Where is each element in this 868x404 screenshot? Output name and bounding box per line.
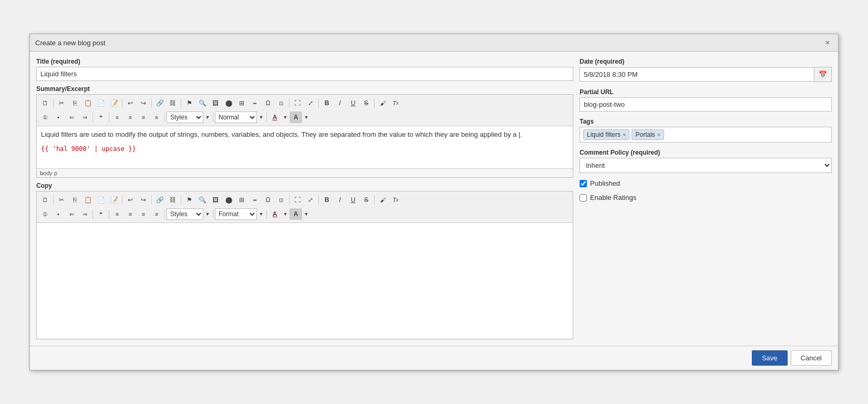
copy-cut-button[interactable]: ✂	[55, 194, 68, 206]
enable-ratings-label[interactable]: Enable Ratings	[590, 194, 636, 201]
iframe-button[interactable]: ⊡	[275, 97, 287, 109]
copy-fullscreen-button[interactable]: ⛶	[291, 194, 304, 206]
copy-link-button[interactable]: 🔗	[153, 194, 166, 206]
copy-undo-button[interactable]: ↩	[124, 194, 137, 206]
copy-copy-btn[interactable]: ⎘	[68, 194, 81, 206]
remove-format-button[interactable]: Tx	[389, 97, 402, 109]
copy-redo-button[interactable]: ↪	[137, 194, 150, 206]
copy-underline-button[interactable]: U	[347, 194, 359, 206]
published-checkbox[interactable]	[580, 180, 587, 187]
copy-indent-more-button[interactable]: ⇒	[78, 208, 91, 220]
tag-liquid-filters-remove[interactable]: ×	[623, 132, 626, 138]
calendar-button[interactable]: 📅	[814, 67, 832, 82]
copy-styles-select[interactable]: Styles	[167, 208, 203, 220]
font-color-dropdown[interactable]: ▼	[282, 112, 289, 123]
copy-font-color-dropdown[interactable]: ▼	[282, 208, 289, 220]
date-input[interactable]	[580, 67, 814, 82]
link-button[interactable]: 🔗	[153, 97, 166, 109]
copy-align-justify-button[interactable]: ≡	[150, 208, 163, 220]
paste-text-button[interactable]: 📄	[95, 97, 107, 109]
partial-url-input[interactable]	[580, 97, 832, 112]
copy-format-dropdown-btn[interactable]: ▼	[257, 208, 265, 220]
tags-container[interactable]: Liquid filters × Portals ×	[580, 127, 832, 143]
published-label[interactable]: Published	[590, 179, 620, 187]
align-justify-button[interactable]: ≡	[150, 112, 163, 123]
copy-bold-button[interactable]: B	[321, 194, 333, 206]
copy-iframe-button[interactable]: ⊡	[275, 194, 287, 206]
redo-button[interactable]: ↪	[137, 97, 150, 109]
copy-indent-less-button[interactable]: ⇐	[65, 208, 78, 220]
summary-content[interactable]: Liquid filters are used to modify the ou…	[37, 126, 573, 168]
indent-more-button[interactable]: ⇒	[78, 112, 91, 123]
new-doc-button[interactable]: 🗋	[39, 97, 51, 109]
paste-button[interactable]: 📋	[81, 97, 94, 109]
copy-bg-color-button[interactable]: A	[290, 208, 302, 220]
dialog-close-button[interactable]: ×	[822, 37, 833, 48]
title-input[interactable]	[36, 67, 573, 81]
copy-ol-button[interactable]: ①	[39, 208, 51, 220]
align-left-button[interactable]: ≡	[111, 112, 123, 123]
italic-button[interactable]: I	[334, 97, 346, 109]
hr-button[interactable]: ━	[249, 97, 261, 109]
strikethrough-button[interactable]: S	[360, 97, 373, 109]
copy-align-left-button[interactable]: ≡	[111, 208, 123, 220]
underline-button[interactable]: U	[347, 97, 359, 109]
font-color-button[interactable]: A	[268, 112, 281, 123]
copy-paste-text-button[interactable]: 📄	[95, 194, 107, 206]
flag-button[interactable]: ⚑	[183, 97, 195, 109]
copy-flash-button[interactable]: ⬤	[222, 194, 235, 206]
align-center-button[interactable]: ≡	[124, 112, 137, 123]
copy-btn[interactable]: ⎘	[68, 97, 81, 109]
copy-bg-color-dropdown[interactable]: ▼	[303, 208, 310, 220]
save-button[interactable]: Save	[752, 350, 788, 366]
copy-content[interactable]	[37, 223, 573, 339]
copy-align-right-button[interactable]: ≡	[137, 208, 150, 220]
cancel-button[interactable]: Cancel	[791, 350, 832, 366]
copy-ul-button[interactable]: •	[52, 208, 65, 220]
maximize-button[interactable]: ⤢	[304, 97, 317, 109]
copy-styles-dropdown-btn[interactable]: ▼	[204, 208, 211, 220]
indent-less-button[interactable]: ⇐	[65, 112, 78, 123]
copy-hr-button[interactable]: ━	[249, 194, 261, 206]
ul-button[interactable]: •	[52, 112, 65, 123]
copy-blockquote-button[interactable]: ❝	[95, 208, 107, 220]
styles-select[interactable]: Styles	[167, 112, 203, 123]
copy-table-button[interactable]: ⊞	[235, 194, 248, 206]
copy-paste-word-button[interactable]: 📝	[108, 194, 120, 206]
copy-format-select[interactable]: Format Heading 1 Heading 2 Normal	[215, 208, 257, 220]
cut-button[interactable]: ✂	[55, 97, 68, 109]
normal-select[interactable]: Normal Heading 1 Heading 2 Heading 3	[215, 112, 257, 123]
special-char-button[interactable]: Ω	[262, 97, 274, 109]
flash-button[interactable]: ⬤	[222, 97, 235, 109]
normal-dropdown-btn[interactable]: ▼	[257, 112, 265, 123]
tag-portals-remove[interactable]: ×	[657, 132, 660, 138]
align-right-button[interactable]: ≡	[137, 112, 150, 123]
copy-font-color-button[interactable]: A	[268, 208, 281, 220]
styles-dropdown-btn[interactable]: ▼	[204, 112, 211, 123]
comment-policy-select[interactable]: Inherit Open Closed Moderated	[580, 158, 832, 173]
image-button[interactable]: 🖼	[209, 97, 222, 109]
copy-paste-button[interactable]: 📋	[81, 194, 94, 206]
copy-clear-format-button[interactable]: 🖌	[376, 194, 389, 206]
find-button[interactable]: 🔍	[196, 97, 209, 109]
copy-flag-button[interactable]: ⚑	[183, 194, 195, 206]
bg-color-button[interactable]: A	[290, 112, 302, 123]
copy-align-center-button[interactable]: ≡	[124, 208, 137, 220]
enable-ratings-checkbox[interactable]	[580, 194, 587, 201]
undo-button[interactable]: ↩	[124, 97, 137, 109]
clear-format-button[interactable]: 🖌	[376, 97, 389, 109]
copy-unlink-button[interactable]: ⛓	[167, 194, 179, 206]
copy-new-doc-button[interactable]: 🗋	[39, 194, 51, 206]
copy-special-char-button[interactable]: Ω	[262, 194, 274, 206]
copy-strikethrough-button[interactable]: S	[360, 194, 373, 206]
blockquote-button[interactable]: ❝	[95, 112, 107, 123]
copy-remove-format-button[interactable]: Tx	[389, 194, 402, 206]
unlink-button[interactable]: ⛓	[167, 97, 179, 109]
ol-button[interactable]: ①	[39, 112, 51, 123]
bg-color-dropdown[interactable]: ▼	[303, 112, 310, 123]
table-button[interactable]: ⊞	[235, 97, 248, 109]
fullscreen-button[interactable]: ⛶	[291, 97, 304, 109]
copy-maximize-button[interactable]: ⤢	[304, 194, 317, 206]
paste-word-button[interactable]: 📝	[108, 97, 120, 109]
copy-italic-button[interactable]: I	[334, 194, 346, 206]
